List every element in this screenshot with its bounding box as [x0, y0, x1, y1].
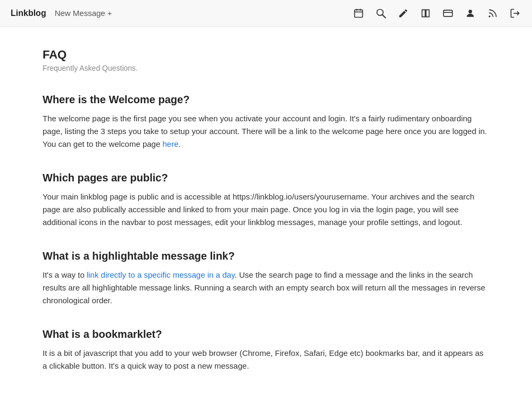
faq-answer-bookmarklet: It is a bit of javascript that you add t…	[43, 347, 489, 372]
faq-question-highlightable: What is a highlightable message link?	[43, 250, 489, 262]
page-subtitle: Frequently Asked Questions.	[43, 64, 489, 72]
faq-highlightable-link[interactable]: link directly to a specific message in a…	[87, 270, 235, 279]
faq-answer-text-after: .	[178, 139, 180, 148]
faq-section-bookmarklet: What is a bookmarklet? It is a bit of ja…	[43, 328, 489, 372]
new-message-link[interactable]: New Message +	[55, 9, 112, 18]
faq-section-public-pages: Which pages are public? Your main linkbl…	[43, 172, 489, 229]
new-message-plus: +	[107, 9, 112, 18]
svg-line-5	[383, 14, 385, 17]
faq-answer-text-before: The welcome page is the first page you s…	[43, 114, 487, 148]
edit-icon[interactable]	[397, 7, 410, 20]
faq-section-welcome-page: Where is the Welcome page? The welcome p…	[43, 94, 489, 151]
svg-rect-0	[355, 10, 363, 17]
brand-link[interactable]: Linkblog	[11, 9, 46, 18]
faq-answer-highlightable: It's a way to link directly to a specifi…	[43, 269, 489, 307]
navbar-icons	[352, 7, 521, 20]
faq-answer-public-pages: Your main linkblog page is public and is…	[43, 190, 489, 229]
faq-question-bookmarklet: What is a bookmarklet?	[43, 328, 489, 340]
book-icon[interactable]	[419, 7, 432, 20]
new-message-label: New Message	[55, 9, 105, 18]
faq-here-link[interactable]: here	[162, 139, 178, 148]
svg-point-10	[489, 15, 491, 17]
navbar-left: Linkblog New Message +	[11, 9, 112, 18]
faq-section-highlightable: What is a highlightable message link? It…	[43, 250, 489, 307]
main-content: FAQ Frequently Asked Questions. Where is…	[27, 27, 505, 399]
page-title: FAQ	[43, 48, 489, 62]
search-icon[interactable]	[375, 7, 387, 20]
payment-icon[interactable]	[442, 7, 454, 20]
user-icon[interactable]	[464, 7, 477, 20]
faq-question-welcome-page: Where is the Welcome page?	[43, 94, 489, 106]
svg-point-9	[469, 10, 472, 13]
faq-answer-welcome-page: The welcome page is the first page you s…	[43, 112, 489, 151]
svg-rect-7	[444, 10, 453, 16]
calendar-icon[interactable]	[352, 7, 365, 20]
navbar: Linkblog New Message +	[0, 0, 532, 27]
faq-question-public-pages: Which pages are public?	[43, 172, 489, 184]
rss-icon[interactable]	[486, 7, 499, 20]
logout-icon[interactable]	[509, 7, 521, 20]
faq-highlightable-before: It's a way to	[43, 270, 87, 279]
